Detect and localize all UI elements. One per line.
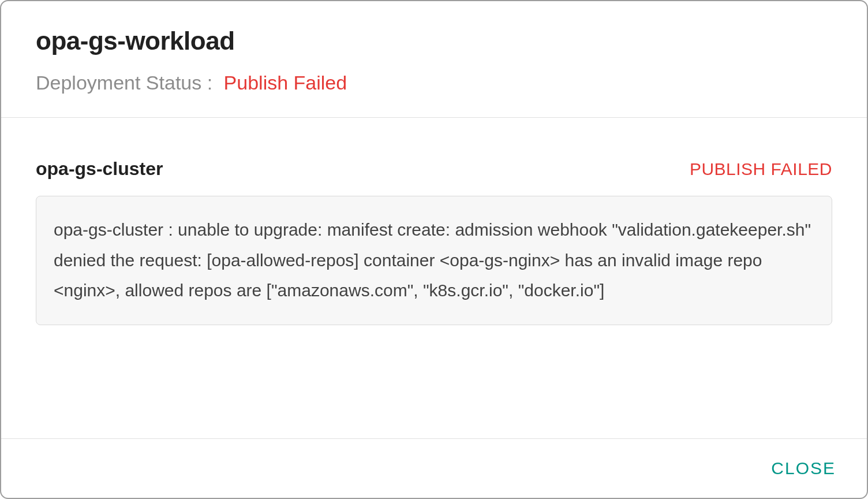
cluster-name: opa-gs-cluster <box>36 158 163 180</box>
cluster-status-badge: PUBLISH FAILED <box>690 159 832 179</box>
dialog-body: opa-gs-cluster PUBLISH FAILED opa-gs-clu… <box>1 118 867 438</box>
deployment-status-dialog: opa-gs-workload Deployment Status : Publ… <box>0 0 868 499</box>
close-button[interactable]: CLOSE <box>771 459 836 478</box>
cluster-header-row: opa-gs-cluster PUBLISH FAILED <box>36 158 832 180</box>
dialog-footer: CLOSE <box>1 438 867 498</box>
deployment-status-value: Publish Failed <box>224 72 347 94</box>
error-message-box: opa-gs-cluster : unable to upgrade: mani… <box>36 196 832 325</box>
deployment-status-row: Deployment Status : Publish Failed <box>36 72 832 94</box>
dialog-header: opa-gs-workload Deployment Status : Publ… <box>1 1 867 118</box>
dialog-title: opa-gs-workload <box>36 27 832 55</box>
deployment-status-label: Deployment Status : <box>36 72 212 94</box>
